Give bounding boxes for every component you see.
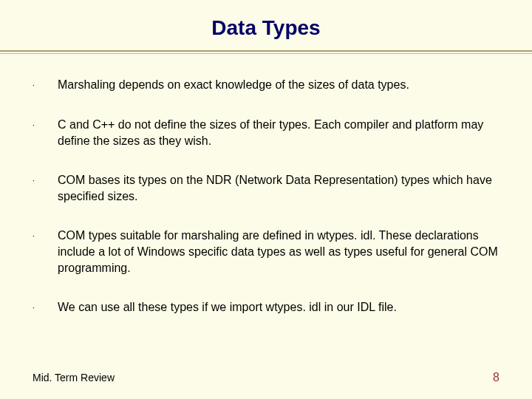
bullet-text: We can use all these types if we import … <box>58 299 499 316</box>
slide-body: · Marshaling depends on exact knowledge … <box>0 55 532 316</box>
slide: Data Types · Marshaling depends on exact… <box>0 0 532 399</box>
slide-footer: Mid. Term Review 8 <box>33 371 499 384</box>
bullet-icon: · <box>33 299 58 316</box>
bullet-item: · COM bases its types on the NDR (Networ… <box>33 172 499 204</box>
bullet-item: · Marshaling depends on exact knowledge … <box>33 77 499 93</box>
title-divider <box>0 50 532 55</box>
bullet-item: · COM types suitable for marshaling are … <box>33 228 499 276</box>
footer-text: Mid. Term Review <box>33 372 115 383</box>
bullet-icon: · <box>33 117 58 133</box>
bullet-icon: · <box>33 77 58 93</box>
bullet-item: · C and C++ do not define the sizes of t… <box>33 117 499 149</box>
slide-title: Data Types <box>0 0 532 50</box>
bullet-icon: · <box>33 172 58 188</box>
bullet-text: COM bases its types on the NDR (Network … <box>58 172 499 204</box>
bullet-text: COM types suitable for marshaling are de… <box>58 228 499 276</box>
bullet-text: C and C++ do not define the sizes of the… <box>58 117 499 149</box>
bullet-text: Marshaling depends on exact knowledge of… <box>58 77 499 93</box>
bullet-item: · We can use all these types if we impor… <box>33 299 499 316</box>
bullet-icon: · <box>33 228 58 244</box>
page-number: 8 <box>493 371 499 384</box>
